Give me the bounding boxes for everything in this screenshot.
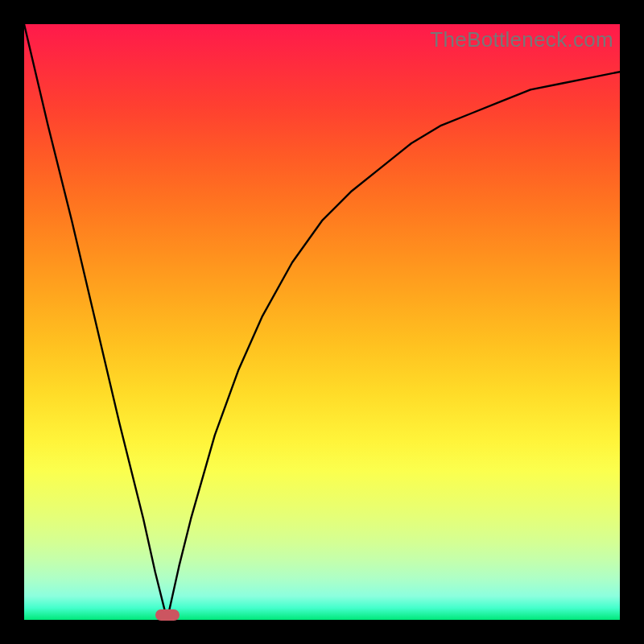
bottleneck-curve bbox=[24, 24, 620, 620]
minimum-marker bbox=[155, 609, 180, 621]
curve-path bbox=[24, 24, 620, 620]
chart-frame: TheBottleneck.com bbox=[0, 0, 644, 644]
plot-area: TheBottleneck.com bbox=[24, 24, 620, 620]
